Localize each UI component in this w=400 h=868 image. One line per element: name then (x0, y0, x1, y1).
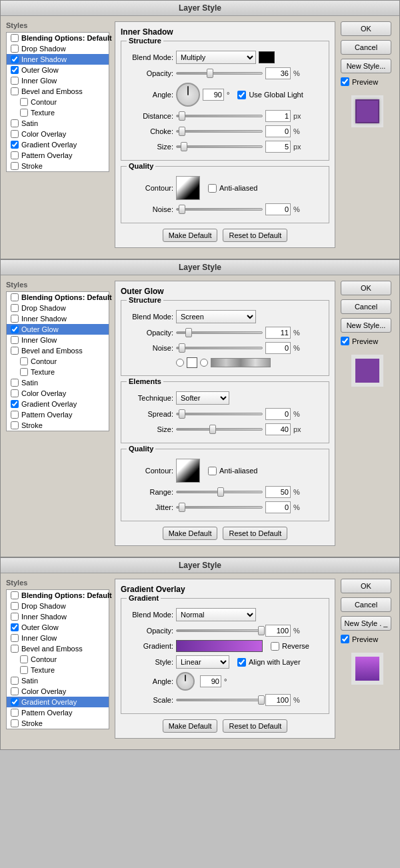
scale-thumb[interactable] (258, 695, 265, 705)
blending-options-checkbox[interactable] (11, 34, 19, 42)
blend-mode-select[interactable]: Multiply Normal Screen (176, 51, 256, 64)
s2-inner-shadow-cb[interactable] (11, 315, 19, 323)
stroke-checkbox[interactable] (11, 162, 19, 170)
jitter-thumb[interactable] (179, 503, 185, 512)
cancel-button-1[interactable]: Cancel (341, 40, 391, 55)
contour-preview-2[interactable] (176, 459, 200, 483)
preview-checkbox-1[interactable] (341, 77, 349, 86)
s3-texture-cb[interactable] (20, 666, 28, 674)
align-layer-checkbox[interactable] (237, 658, 246, 667)
s2-inner-glow-cb[interactable] (11, 336, 19, 344)
spread-slider[interactable] (176, 413, 263, 415)
sidebar2-item-inner-glow[interactable]: Inner Glow (7, 335, 109, 345)
new-style-button-1[interactable]: New Style... (341, 59, 391, 73)
jitter-slider[interactable] (176, 506, 263, 509)
make-default-btn-1[interactable]: Make Default (163, 229, 218, 242)
size-thumb[interactable] (181, 142, 187, 151)
sidebar3-item-blending[interactable]: Blending Options: Default (7, 590, 109, 601)
reset-default-btn-1[interactable]: Reset to Default (223, 229, 287, 242)
sidebar2-item-drop-shadow[interactable]: Drop Shadow (7, 303, 109, 313)
sidebar-item-color-overlay[interactable]: Color Overlay (7, 129, 109, 139)
range-thumb[interactable] (217, 487, 224, 497)
sidebar2-item-bevel[interactable]: Bevel and Emboss (7, 345, 109, 356)
opacity-thumb-2[interactable] (185, 328, 192, 337)
sidebar3-item-texture[interactable]: Texture (7, 665, 109, 675)
outer-glow-checkbox[interactable] (11, 66, 19, 74)
s2-gradient-overlay-cb[interactable] (11, 400, 19, 408)
s2-blending-cb[interactable] (11, 293, 19, 301)
size-thumb-2[interactable] (209, 425, 216, 434)
sidebar-item-stroke[interactable]: Stroke (7, 161, 109, 171)
opacity-input-2[interactable] (265, 327, 291, 339)
sidebar2-item-texture[interactable]: Texture (7, 367, 109, 377)
size-slider[interactable] (176, 145, 263, 148)
sidebar3-item-color-overlay[interactable]: Color Overlay (7, 686, 109, 697)
angle-dial[interactable] (176, 83, 200, 107)
s3-inner-shadow-cb[interactable] (11, 613, 19, 621)
texture-checkbox[interactable] (20, 109, 28, 117)
contour-checkbox[interactable] (20, 98, 28, 106)
s3-pattern-overlay-cb[interactable] (11, 709, 19, 717)
glow-color-swatch[interactable] (187, 357, 197, 368)
opacity-thumb[interactable] (207, 69, 213, 78)
blend-mode-select-2[interactable]: Screen Normal Multiply (176, 310, 256, 323)
sidebar-item-outer-glow[interactable]: Outer Glow (7, 65, 109, 75)
s2-outer-glow-cb[interactable] (11, 325, 19, 333)
noise-input[interactable] (265, 203, 291, 215)
opacity-slider-2[interactable] (176, 331, 263, 334)
contour-preview[interactable] (176, 176, 200, 200)
new-style-button-2[interactable]: New Style... (341, 318, 391, 333)
pattern-overlay-checkbox[interactable] (11, 151, 19, 159)
sidebar-item-blending-options[interactable]: Blending Options: Default (7, 33, 109, 43)
angle-dial-3[interactable] (176, 672, 195, 691)
s2-color-overlay-cb[interactable] (11, 389, 19, 397)
sidebar3-item-drop-shadow[interactable]: Drop Shadow (7, 601, 109, 611)
make-default-btn-3[interactable]: Make Default (163, 719, 218, 733)
sidebar-item-satin[interactable]: Satin (7, 118, 109, 129)
s2-texture-cb[interactable] (20, 368, 28, 376)
size-input-2[interactable] (265, 423, 291, 435)
sidebar-item-contour[interactable]: Contour (7, 97, 109, 107)
distance-thumb[interactable] (179, 111, 185, 121)
sidebar2-item-gradient-overlay[interactable]: Gradient Overlay (7, 399, 109, 409)
noise-thumb[interactable] (179, 205, 185, 214)
angle-input-3[interactable] (200, 675, 221, 687)
cancel-button-2[interactable]: Cancel (341, 299, 391, 314)
sidebar3-item-satin[interactable]: Satin (7, 675, 109, 686)
s2-pattern-overlay-cb[interactable] (11, 411, 19, 419)
sidebar-item-drop-shadow[interactable]: Drop Shadow (7, 43, 109, 54)
blend-color-swatch[interactable] (259, 51, 275, 63)
gradient-bar-preview[interactable] (176, 640, 263, 652)
s2-stroke-cb[interactable] (11, 421, 19, 429)
sidebar2-item-inner-shadow[interactable]: Inner Shadow (7, 313, 109, 324)
s3-gradient-overlay-cb[interactable] (11, 698, 19, 706)
glow-gradient-bar[interactable] (211, 358, 271, 367)
ok-button-3[interactable]: OK (341, 579, 391, 593)
range-input[interactable] (265, 486, 291, 498)
sidebar2-item-blending[interactable]: Blending Options: Default (7, 292, 109, 303)
s3-contour-cb[interactable] (20, 655, 28, 663)
reverse-checkbox[interactable] (271, 642, 279, 651)
ok-button-2[interactable]: OK (341, 281, 391, 295)
opacity-slider-3[interactable] (176, 629, 263, 632)
s2-drop-shadow-cb[interactable] (11, 304, 19, 312)
sidebar-item-texture[interactable]: Texture (7, 107, 109, 118)
spread-input[interactable] (265, 408, 291, 420)
sidebar3-item-stroke[interactable]: Stroke (7, 718, 109, 729)
new-style-button-3[interactable]: New Style . _ (341, 616, 391, 631)
color-overlay-checkbox[interactable] (11, 130, 19, 138)
s3-inner-glow-cb[interactable] (11, 634, 19, 642)
noise-slider-2[interactable] (176, 347, 263, 349)
sidebar3-item-inner-shadow[interactable]: Inner Shadow (7, 611, 109, 622)
technique-select[interactable]: Softer Precise (176, 391, 229, 405)
s3-blending-cb[interactable] (11, 591, 19, 599)
angle-input[interactable] (203, 89, 224, 101)
jitter-input[interactable] (265, 501, 291, 513)
preview-checkbox-3[interactable] (341, 635, 349, 643)
sidebar2-item-outer-glow[interactable]: Outer Glow (7, 324, 109, 335)
sidebar2-item-color-overlay[interactable]: Color Overlay (7, 388, 109, 399)
global-light-checkbox[interactable] (237, 91, 246, 99)
size-input[interactable] (265, 141, 291, 153)
preview-checkbox-2[interactable] (341, 337, 349, 345)
s2-bevel-cb[interactable] (11, 347, 19, 355)
